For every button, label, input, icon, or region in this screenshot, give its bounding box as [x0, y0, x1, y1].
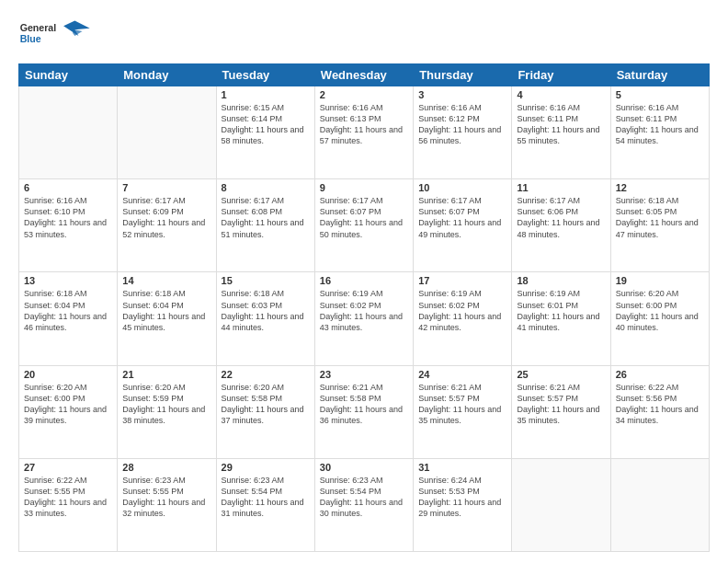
calendar-cell: 12Sunrise: 6:18 AM Sunset: 6:05 PM Dayli…	[610, 179, 709, 272]
day-number: 10	[418, 182, 506, 193]
day-number: 9	[320, 182, 408, 193]
header: General Blue	[18, 15, 710, 56]
day-info: Sunrise: 6:18 AM Sunset: 6:05 PM Dayligh…	[616, 195, 704, 240]
calendar-cell: 28Sunrise: 6:23 AM Sunset: 5:55 PM Dayli…	[118, 458, 216, 551]
day-number: 3	[418, 89, 506, 100]
logo-svg: General Blue	[18, 15, 101, 56]
calendar-cell: 14Sunrise: 6:18 AM Sunset: 6:04 PM Dayli…	[118, 272, 216, 365]
calendar-cell: 13Sunrise: 6:18 AM Sunset: 6:04 PM Dayli…	[19, 272, 118, 365]
calendar-cell: 22Sunrise: 6:20 AM Sunset: 5:58 PM Dayli…	[216, 365, 314, 458]
calendar-cell: 2Sunrise: 6:16 AM Sunset: 6:13 PM Daylig…	[314, 86, 413, 179]
day-info: Sunrise: 6:18 AM Sunset: 6:04 PM Dayligh…	[122, 288, 210, 333]
calendar-cell: 24Sunrise: 6:21 AM Sunset: 5:57 PM Dayli…	[414, 365, 512, 458]
day-number: 31	[418, 462, 506, 473]
calendar-cell	[512, 458, 610, 551]
calendar-cell: 10Sunrise: 6:17 AM Sunset: 6:07 PM Dayli…	[414, 179, 512, 272]
day-info: Sunrise: 6:17 AM Sunset: 6:07 PM Dayligh…	[320, 195, 408, 240]
col-friday: Friday	[512, 64, 610, 86]
calendar-cell: 20Sunrise: 6:20 AM Sunset: 6:00 PM Dayli…	[19, 365, 118, 458]
calendar-cell: 8Sunrise: 6:17 AM Sunset: 6:08 PM Daylig…	[216, 179, 314, 272]
day-number: 14	[122, 275, 210, 286]
calendar-cell	[118, 86, 216, 179]
day-number: 5	[616, 89, 704, 100]
calendar-week-row: 1Sunrise: 6:15 AM Sunset: 6:14 PM Daylig…	[19, 86, 710, 179]
calendar-cell	[610, 458, 709, 551]
day-info: Sunrise: 6:20 AM Sunset: 6:00 PM Dayligh…	[616, 288, 704, 333]
day-info: Sunrise: 6:22 AM Sunset: 5:56 PM Dayligh…	[616, 382, 704, 427]
day-number: 18	[517, 275, 605, 286]
col-tuesday: Tuesday	[216, 64, 314, 86]
calendar-cell: 3Sunrise: 6:16 AM Sunset: 6:12 PM Daylig…	[414, 86, 512, 179]
day-number: 20	[24, 369, 112, 380]
day-number: 1	[222, 89, 310, 100]
day-info: Sunrise: 6:17 AM Sunset: 6:06 PM Dayligh…	[517, 195, 605, 240]
day-number: 22	[222, 369, 310, 380]
calendar-cell: 5Sunrise: 6:16 AM Sunset: 6:11 PM Daylig…	[610, 86, 709, 179]
day-number: 23	[320, 369, 408, 380]
day-info: Sunrise: 6:23 AM Sunset: 5:55 PM Dayligh…	[122, 475, 210, 520]
day-number: 26	[616, 369, 704, 380]
day-info: Sunrise: 6:16 AM Sunset: 6:10 PM Dayligh…	[24, 195, 112, 240]
calendar-cell: 7Sunrise: 6:17 AM Sunset: 6:09 PM Daylig…	[118, 179, 216, 272]
day-number: 30	[320, 462, 408, 473]
day-info: Sunrise: 6:17 AM Sunset: 6:08 PM Dayligh…	[222, 195, 310, 240]
calendar-cell: 31Sunrise: 6:24 AM Sunset: 5:53 PM Dayli…	[414, 458, 512, 551]
col-saturday: Saturday	[610, 64, 709, 86]
day-number: 19	[616, 275, 704, 286]
day-number: 25	[517, 369, 605, 380]
day-info: Sunrise: 6:18 AM Sunset: 6:04 PM Dayligh…	[24, 288, 112, 333]
day-number: 24	[418, 369, 506, 380]
day-number: 16	[320, 275, 408, 286]
calendar-cell: 25Sunrise: 6:21 AM Sunset: 5:57 PM Dayli…	[512, 365, 610, 458]
day-number: 28	[122, 462, 210, 473]
day-info: Sunrise: 6:17 AM Sunset: 6:07 PM Dayligh…	[418, 195, 506, 240]
calendar-cell: 9Sunrise: 6:17 AM Sunset: 6:07 PM Daylig…	[314, 179, 413, 272]
calendar-cell: 17Sunrise: 6:19 AM Sunset: 6:02 PM Dayli…	[414, 272, 512, 365]
day-info: Sunrise: 6:21 AM Sunset: 5:57 PM Dayligh…	[517, 382, 605, 427]
col-sunday: Sunday	[19, 64, 118, 86]
calendar-week-row: 13Sunrise: 6:18 AM Sunset: 6:04 PM Dayli…	[19, 272, 710, 365]
day-info: Sunrise: 6:20 AM Sunset: 6:00 PM Dayligh…	[24, 382, 112, 427]
day-number: 6	[24, 182, 112, 193]
col-thursday: Thursday	[414, 64, 512, 86]
day-info: Sunrise: 6:15 AM Sunset: 6:14 PM Dayligh…	[222, 102, 310, 147]
day-info: Sunrise: 6:16 AM Sunset: 6:11 PM Dayligh…	[517, 102, 605, 147]
day-info: Sunrise: 6:21 AM Sunset: 5:58 PM Dayligh…	[320, 382, 408, 427]
calendar-table: Sunday Monday Tuesday Wednesday Thursday…	[18, 63, 710, 552]
day-info: Sunrise: 6:21 AM Sunset: 5:57 PM Dayligh…	[418, 382, 506, 427]
day-number: 27	[24, 462, 112, 473]
day-number: 7	[122, 182, 210, 193]
day-info: Sunrise: 6:19 AM Sunset: 6:01 PM Dayligh…	[517, 288, 605, 333]
day-info: Sunrise: 6:20 AM Sunset: 5:58 PM Dayligh…	[222, 382, 310, 427]
day-info: Sunrise: 6:19 AM Sunset: 6:02 PM Dayligh…	[320, 288, 408, 333]
day-number: 15	[222, 275, 310, 286]
calendar-cell: 27Sunrise: 6:22 AM Sunset: 5:55 PM Dayli…	[19, 458, 118, 551]
calendar-week-row: 27Sunrise: 6:22 AM Sunset: 5:55 PM Dayli…	[19, 458, 710, 551]
day-number: 12	[616, 182, 704, 193]
day-number: 13	[24, 275, 112, 286]
calendar-cell: 4Sunrise: 6:16 AM Sunset: 6:11 PM Daylig…	[512, 86, 610, 179]
day-info: Sunrise: 6:19 AM Sunset: 6:02 PM Dayligh…	[418, 288, 506, 333]
svg-text:General: General	[20, 22, 57, 33]
calendar-cell: 6Sunrise: 6:16 AM Sunset: 6:10 PM Daylig…	[19, 179, 118, 272]
day-info: Sunrise: 6:23 AM Sunset: 5:54 PM Dayligh…	[320, 475, 408, 520]
logo: General Blue	[18, 15, 101, 56]
col-wednesday: Wednesday	[314, 64, 413, 86]
page: General Blue Sunday Monday Tuesday Wedne…	[0, 0, 728, 563]
day-number: 2	[320, 89, 408, 100]
calendar-week-row: 20Sunrise: 6:20 AM Sunset: 6:00 PM Dayli…	[19, 365, 710, 458]
calendar-cell: 16Sunrise: 6:19 AM Sunset: 6:02 PM Dayli…	[314, 272, 413, 365]
day-info: Sunrise: 6:20 AM Sunset: 5:59 PM Dayligh…	[122, 382, 210, 427]
calendar-cell: 18Sunrise: 6:19 AM Sunset: 6:01 PM Dayli…	[512, 272, 610, 365]
calendar-cell	[19, 86, 118, 179]
day-info: Sunrise: 6:18 AM Sunset: 6:03 PM Dayligh…	[222, 288, 310, 333]
day-info: Sunrise: 6:23 AM Sunset: 5:54 PM Dayligh…	[222, 475, 310, 520]
day-info: Sunrise: 6:17 AM Sunset: 6:09 PM Dayligh…	[122, 195, 210, 240]
day-number: 4	[517, 89, 605, 100]
day-number: 8	[222, 182, 310, 193]
day-info: Sunrise: 6:22 AM Sunset: 5:55 PM Dayligh…	[24, 475, 112, 520]
day-number: 11	[517, 182, 605, 193]
calendar-cell: 1Sunrise: 6:15 AM Sunset: 6:14 PM Daylig…	[216, 86, 314, 179]
calendar-cell: 11Sunrise: 6:17 AM Sunset: 6:06 PM Dayli…	[512, 179, 610, 272]
calendar-week-row: 6Sunrise: 6:16 AM Sunset: 6:10 PM Daylig…	[19, 179, 710, 272]
